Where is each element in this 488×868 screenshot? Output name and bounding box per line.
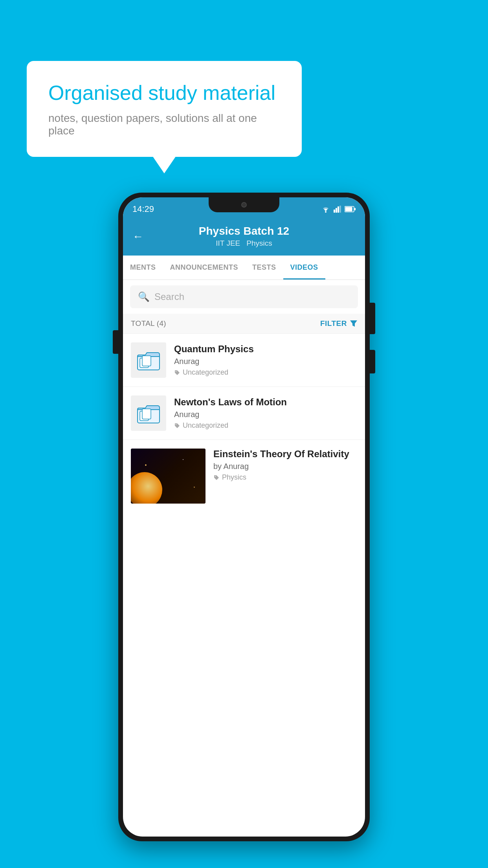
- power-button: [370, 303, 375, 334]
- tag-icon: [213, 474, 220, 481]
- video-item-info: Einstein's Theory Of Relativity by Anura…: [213, 449, 357, 482]
- list-item[interactable]: Einstein's Theory Of Relativity by Anura…: [123, 440, 365, 504]
- tab-ments[interactable]: MENTS: [123, 256, 163, 280]
- svg-rect-11: [142, 356, 151, 366]
- video-item-info: Newton's Laws of Motion Anurag Uncategor…: [174, 397, 357, 430]
- svg-marker-8: [350, 320, 357, 327]
- video-item-info: Quantum Physics Anurag Uncategorized: [174, 344, 357, 377]
- video-list: Quantum Physics Anurag Uncategorized: [123, 334, 365, 504]
- video-author: Anurag: [174, 410, 357, 419]
- video-tag: Physics: [213, 473, 357, 482]
- tag-icon: [174, 370, 180, 376]
- tabs-bar: MENTS ANNOUNCEMENTS TESTS VIDEOS: [123, 256, 365, 280]
- speech-bubble-subtitle: notes, question papers, solutions all at…: [48, 112, 280, 137]
- folder-icon: [137, 349, 160, 371]
- speech-bubble-container: Organised study material notes, question…: [27, 61, 302, 157]
- phone-screen: 14:29: [123, 197, 365, 837]
- volume-down-button: [370, 350, 375, 373]
- wifi-icon: [321, 206, 330, 213]
- phone-outer: 14:29: [118, 193, 370, 841]
- search-icon: 🔍: [138, 291, 150, 302]
- search-container: 🔍 Search: [123, 280, 365, 314]
- phone-mockup: 14:29: [118, 193, 370, 841]
- tag-icon: [174, 423, 180, 429]
- tag-label: Uncategorized: [183, 421, 228, 430]
- svg-rect-2: [336, 208, 337, 213]
- header-sub-physics: Physics: [246, 239, 272, 248]
- svg-rect-3: [338, 206, 339, 213]
- svg-rect-14: [142, 409, 151, 419]
- video-title: Newton's Laws of Motion: [174, 397, 357, 408]
- header-sub-iit: IIT JEE: [216, 239, 240, 248]
- video-title: Quantum Physics: [174, 344, 357, 355]
- back-button[interactable]: ←: [132, 230, 143, 243]
- svg-rect-4: [339, 206, 341, 213]
- folder-icon: [137, 403, 160, 424]
- filter-row: TOTAL (4) FILTER: [123, 314, 365, 334]
- phone-notch: [209, 197, 279, 212]
- app-header: ← Physics Batch 12 IIT JEE Physics: [123, 218, 365, 256]
- svg-rect-1: [334, 210, 335, 213]
- tab-announcements[interactable]: ANNOUNCEMENTS: [163, 256, 246, 280]
- video-tag: Uncategorized: [174, 421, 357, 430]
- video-folder-thumb: [131, 342, 166, 378]
- svg-rect-7: [354, 208, 356, 210]
- video-title: Einstein's Theory Of Relativity: [213, 449, 357, 460]
- battery-icon: [345, 206, 356, 212]
- status-icons: [321, 206, 356, 213]
- svg-point-0: [325, 211, 327, 213]
- search-placeholder: Search: [154, 291, 184, 302]
- total-label: TOTAL (4): [131, 319, 166, 328]
- list-item[interactable]: Newton's Laws of Motion Anurag Uncategor…: [123, 387, 365, 440]
- filter-label: FILTER: [320, 319, 347, 328]
- volume-button: [113, 330, 118, 354]
- video-tag: Uncategorized: [174, 368, 357, 377]
- header-subtitle: IIT JEE Physics: [216, 239, 272, 248]
- speech-bubble-title: Organised study material: [48, 81, 280, 105]
- video-folder-thumb: [131, 395, 166, 431]
- header-title: Physics Batch 12: [199, 225, 289, 237]
- signal-icon: [334, 206, 341, 213]
- video-thumbnail: [131, 449, 205, 504]
- tag-label: Physics: [222, 473, 246, 482]
- search-input[interactable]: 🔍 Search: [130, 285, 358, 308]
- filter-button[interactable]: FILTER: [320, 319, 357, 328]
- tag-label: Uncategorized: [183, 368, 228, 377]
- video-author: by Anurag: [213, 462, 357, 471]
- front-camera: [241, 202, 247, 208]
- list-item[interactable]: Quantum Physics Anurag Uncategorized: [123, 334, 365, 387]
- video-author: Anurag: [174, 357, 357, 366]
- status-time: 14:29: [132, 204, 154, 214]
- tab-videos[interactable]: VIDEOS: [283, 256, 325, 280]
- svg-rect-6: [345, 207, 352, 211]
- speech-bubble: Organised study material notes, question…: [27, 61, 302, 157]
- tab-tests[interactable]: TESTS: [245, 256, 283, 280]
- filter-icon: [350, 320, 357, 327]
